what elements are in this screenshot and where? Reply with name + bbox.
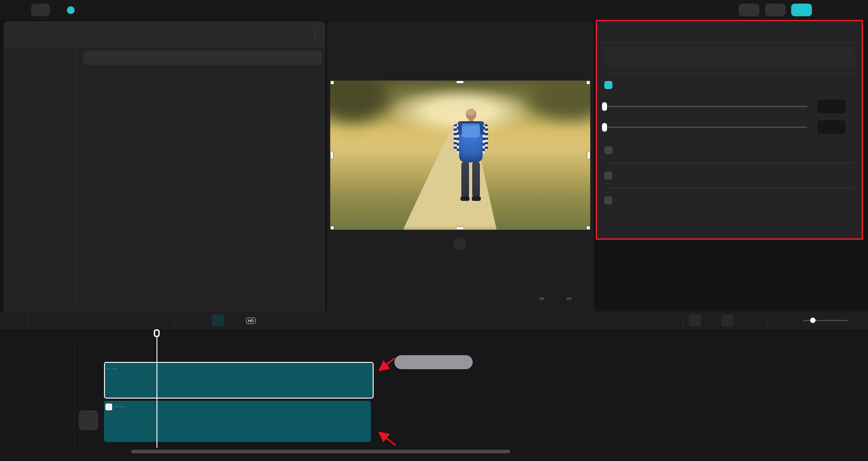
playhead-line[interactable] bbox=[157, 337, 157, 448]
extract-audio-button[interactable] bbox=[196, 316, 205, 325]
magnetic-snap-button[interactable] bbox=[689, 314, 701, 327]
track-type-icon[interactable] bbox=[6, 375, 14, 383]
shortcut-keyboard-icon[interactable] bbox=[724, 5, 733, 14]
lock-icon[interactable] bbox=[19, 375, 27, 383]
ab-compare-icon[interactable] bbox=[366, 294, 375, 303]
feather-value[interactable] bbox=[817, 100, 845, 113]
expand-slider-thumb[interactable] bbox=[602, 123, 607, 132]
menu-button[interactable] bbox=[31, 4, 50, 16]
select-tool-icon[interactable] bbox=[5, 316, 14, 325]
handle-right[interactable] bbox=[588, 152, 590, 159]
feather-slider[interactable] bbox=[604, 106, 807, 107]
tabs-overflow-button[interactable] bbox=[315, 28, 323, 40]
timeline-clip-2[interactable] bbox=[104, 401, 371, 442]
layout-chevron-icon[interactable] bbox=[714, 8, 719, 12]
speaker-icon[interactable] bbox=[46, 375, 53, 383]
timeline-zoom-thumb[interactable] bbox=[810, 318, 816, 323]
custom-removal-checkbox[interactable] bbox=[604, 171, 612, 180]
auto-cutout-button[interactable] bbox=[212, 314, 224, 327]
reset-icon[interactable] bbox=[840, 196, 848, 205]
handle-bottom[interactable] bbox=[456, 227, 464, 229]
handle-top-right[interactable] bbox=[587, 81, 590, 84]
stroke-checkbox[interactable] bbox=[604, 146, 612, 154]
undo-button[interactable] bbox=[35, 316, 44, 325]
crop-button[interactable] bbox=[143, 316, 152, 325]
clear-search-icon[interactable] bbox=[312, 55, 318, 61]
ratio-button[interactable] bbox=[567, 298, 571, 299]
split-button[interactable] bbox=[66, 316, 75, 325]
auto-removal-checkbox[interactable] bbox=[604, 81, 612, 89]
timeline-zoom-slider[interactable] bbox=[803, 320, 848, 321]
fullscreen-icon[interactable] bbox=[579, 295, 587, 303]
track-type-icon[interactable] bbox=[6, 417, 14, 424]
handle-left[interactable] bbox=[331, 152, 333, 159]
hd-quality-button[interactable]: HD bbox=[246, 318, 256, 324]
reset-icon[interactable] bbox=[846, 81, 854, 90]
video-preview[interactable] bbox=[330, 81, 590, 230]
split-left-button[interactable] bbox=[81, 316, 90, 325]
step-up-icon[interactable] bbox=[849, 123, 854, 127]
horizontal-scrollbar[interactable] bbox=[131, 450, 510, 453]
player-menu-icon[interactable] bbox=[578, 28, 586, 36]
handle-top-left[interactable] bbox=[331, 81, 334, 84]
smart-tools-button[interactable] bbox=[231, 316, 239, 325]
cover-button[interactable] bbox=[79, 410, 98, 430]
more-options-icon[interactable] bbox=[59, 417, 66, 424]
full-preview-button[interactable] bbox=[540, 298, 544, 299]
speaker-icon[interactable] bbox=[46, 417, 53, 424]
timeline-clip-1[interactable] bbox=[104, 362, 374, 399]
handle-top[interactable] bbox=[456, 81, 464, 83]
step-down-icon[interactable] bbox=[849, 128, 854, 132]
eye-icon[interactable] bbox=[33, 375, 40, 383]
zoom-out-button[interactable] bbox=[788, 316, 797, 325]
mark-button[interactable] bbox=[128, 316, 136, 325]
apply-to-image-icon[interactable] bbox=[830, 171, 838, 180]
close-button[interactable] bbox=[855, 6, 863, 14]
timeline-ruler[interactable] bbox=[0, 330, 868, 338]
minimize-button[interactable] bbox=[821, 6, 829, 14]
zoom-in-button[interactable] bbox=[854, 316, 863, 325]
play-button[interactable] bbox=[454, 294, 463, 303]
snap-cursor-chevron[interactable] bbox=[758, 318, 762, 323]
redo-button[interactable] bbox=[51, 316, 59, 325]
apply-to-image-icon[interactable] bbox=[830, 81, 838, 90]
link-chevron[interactable] bbox=[737, 318, 741, 323]
expand-stroke-icon[interactable] bbox=[621, 148, 626, 153]
handle-bottom-right[interactable] bbox=[587, 226, 590, 229]
lock-icon[interactable] bbox=[19, 417, 27, 424]
preview-frame-button[interactable] bbox=[774, 316, 783, 325]
effects-search-input[interactable] bbox=[83, 51, 322, 65]
playhead-handle[interactable] bbox=[154, 329, 160, 337]
feather-stepper[interactable] bbox=[849, 102, 854, 111]
layout-switch-icon[interactable] bbox=[702, 5, 711, 14]
expand-chroma-key-icon[interactable] bbox=[621, 198, 626, 203]
export-button[interactable] bbox=[791, 4, 812, 16]
share-button[interactable] bbox=[765, 4, 786, 16]
preview-zoom-icon[interactable] bbox=[551, 295, 560, 303]
step-down-icon[interactable] bbox=[849, 107, 854, 111]
mirror-button[interactable] bbox=[158, 316, 167, 325]
expand-custom-removal-icon[interactable] bbox=[621, 173, 626, 178]
maximize-button[interactable] bbox=[838, 6, 846, 14]
chroma-key-checkbox[interactable] bbox=[604, 196, 612, 204]
rotate-button[interactable] bbox=[453, 237, 466, 250]
pro-button[interactable] bbox=[739, 4, 759, 16]
reset-icon[interactable] bbox=[846, 171, 854, 180]
step-up-icon[interactable] bbox=[849, 102, 854, 106]
more-options-icon[interactable] bbox=[59, 375, 66, 383]
collapse-icon[interactable] bbox=[632, 83, 637, 88]
feather-slider-thumb[interactable] bbox=[602, 102, 607, 111]
delete-button[interactable] bbox=[112, 316, 121, 325]
auto-ripple-button[interactable] bbox=[707, 316, 716, 325]
expand-slider[interactable] bbox=[604, 127, 807, 128]
handle-bottom-left[interactable] bbox=[331, 226, 334, 229]
cover-edit-button[interactable] bbox=[181, 316, 190, 325]
expand-stepper[interactable] bbox=[849, 123, 854, 132]
split-right-button[interactable] bbox=[97, 316, 105, 325]
expand-value[interactable] bbox=[817, 120, 845, 134]
voiceover-mic-button[interactable] bbox=[668, 316, 677, 325]
select-tool-chevron[interactable] bbox=[17, 318, 21, 323]
eye-icon[interactable] bbox=[33, 417, 40, 424]
snap-cursor-button[interactable] bbox=[747, 316, 755, 325]
link-clips-button[interactable] bbox=[721, 314, 734, 327]
